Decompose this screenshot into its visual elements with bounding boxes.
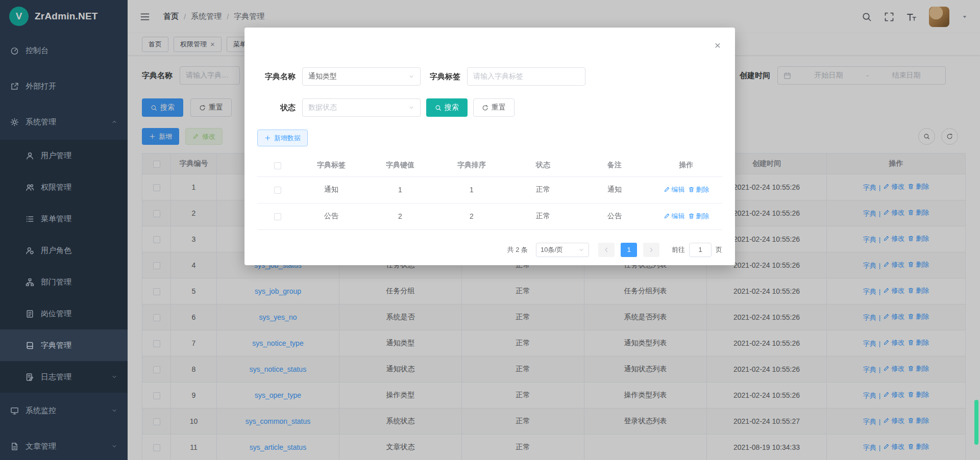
dialog-dict-label-input[interactable]: 请输入字典标签: [467, 67, 585, 86]
edit-link[interactable]: 编辑: [664, 212, 685, 221]
column-header: 备注: [579, 155, 650, 176]
pagination: 共 2 条 10条/页 1 前往 1 页: [257, 243, 722, 257]
dialog-status-select[interactable]: 数据状态: [302, 98, 421, 117]
pencil-icon: [664, 213, 670, 219]
page-size-value: 10条/页: [541, 245, 563, 254]
cell-dict-label: 通知: [298, 176, 364, 203]
page-number-button[interactable]: 1: [621, 243, 637, 257]
dialog-filter-row-2: 状态 数据状态 搜索 重置: [257, 98, 722, 117]
dialog-filter-row-1: 字典名称 通知类型 字典标签 请输入字典标签: [257, 67, 722, 86]
cell-select: [257, 176, 298, 203]
select-all-checkbox[interactable]: [274, 162, 281, 169]
cell-status: 正常: [507, 203, 579, 229]
cell-remark: 公告: [579, 203, 650, 229]
cell-dict-value: 1: [364, 176, 436, 203]
dialog-search-button[interactable]: 搜索: [426, 98, 468, 117]
dialog-dict-label-placeholder: 请输入字典标签: [473, 72, 523, 81]
page-unit-label: 页: [716, 245, 722, 254]
column-header: 操作: [650, 155, 722, 176]
dict-data-dialog: × 字典名称 通知类型 字典标签 请输入字典标签 状态 数据状态 搜索: [244, 28, 735, 265]
edit-link[interactable]: 编辑: [664, 185, 685, 194]
table-row: 通知11正常通知编辑删除: [257, 176, 722, 203]
refresh-icon: [482, 105, 488, 111]
plus-icon: [264, 135, 271, 141]
next-page-button[interactable]: [643, 243, 659, 257]
delete-link-label: 删除: [696, 185, 709, 194]
dialog-add-data-button[interactable]: 新增数据: [257, 130, 308, 146]
dict-data-table: 字典标签字典键值字典排序状态备注操作通知11正常通知编辑删除公告22正常公告编辑…: [257, 155, 722, 230]
dialog-dict-name-select[interactable]: 通知类型: [302, 67, 421, 86]
chevron-down-icon: [408, 73, 414, 80]
page-size-select[interactable]: 10条/页: [536, 243, 589, 257]
goto-page-value: 1: [698, 246, 702, 253]
edit-link-label: 编辑: [672, 185, 685, 194]
close-icon[interactable]: ×: [715, 40, 721, 50]
trash-icon: [688, 186, 695, 193]
column-header: 字典键值: [364, 155, 436, 176]
dialog-reset-label: 重置: [492, 103, 506, 112]
cell-operations: 编辑删除: [650, 203, 722, 229]
cell-select: [257, 203, 298, 229]
header-select-all: [257, 155, 298, 176]
cell-status: 正常: [507, 176, 579, 203]
edit-link-label: 编辑: [672, 212, 685, 221]
chevron-down-icon: [578, 247, 584, 253]
column-header: 字典标签: [298, 155, 364, 176]
row-checkbox[interactable]: [274, 187, 281, 194]
chevron-right-icon: [648, 247, 654, 253]
cell-dict-sort: 2: [436, 203, 507, 229]
cell-dict-sort: 1: [436, 176, 507, 203]
chevron-down-icon: [408, 105, 414, 111]
dialog-body: 字典名称 通知类型 字典标签 请输入字典标签 状态 数据状态 搜索 重置: [244, 28, 735, 257]
table-header-row: 字典标签字典键值字典排序状态备注操作: [257, 155, 722, 176]
goto-label: 前往: [672, 245, 685, 254]
delete-link-label: 删除: [696, 212, 709, 221]
dialog-dict-label-label: 字典标签: [430, 72, 467, 82]
delete-link[interactable]: 删除: [688, 185, 709, 194]
dialog-search-label: 搜索: [445, 103, 459, 112]
cell-dict-label: 公告: [298, 203, 364, 229]
pencil-icon: [664, 186, 670, 193]
pager: 1: [598, 243, 659, 257]
dialog-add-data-label: 新增数据: [274, 134, 301, 143]
page-scrollbar-thumb[interactable]: [974, 400, 978, 445]
pagination-total: 共 2 条: [507, 245, 528, 254]
search-icon: [435, 105, 442, 111]
goto-page-input[interactable]: 1: [689, 243, 712, 257]
dialog-dict-name-value: 通知类型: [308, 72, 337, 81]
column-header: 字典排序: [436, 155, 507, 176]
cell-remark: 通知: [579, 176, 650, 203]
cell-operations: 编辑删除: [650, 176, 722, 203]
dialog-status-label: 状态: [257, 103, 302, 113]
row-checkbox[interactable]: [274, 213, 281, 220]
trash-icon: [688, 213, 695, 219]
delete-link[interactable]: 删除: [688, 212, 709, 221]
dialog-dict-name-label: 字典名称: [257, 72, 302, 82]
prev-page-button[interactable]: [598, 243, 615, 257]
dialog-status-placeholder: 数据状态: [308, 103, 337, 112]
dialog-reset-button[interactable]: 重置: [473, 98, 514, 117]
chevron-left-icon: [603, 247, 609, 253]
cell-dict-value: 2: [364, 203, 436, 229]
table-row: 公告22正常公告编辑删除: [257, 203, 722, 229]
column-header: 状态: [507, 155, 579, 176]
